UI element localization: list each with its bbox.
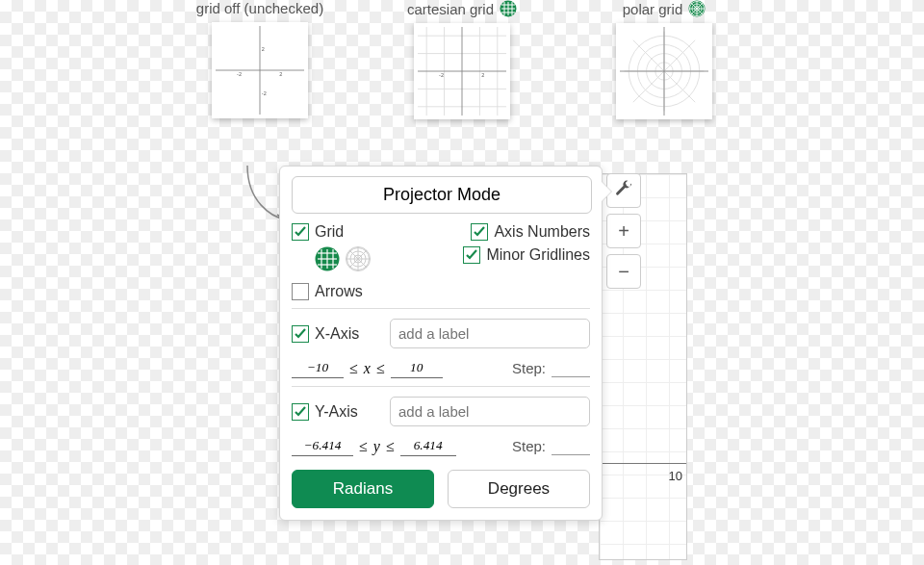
- xaxis-label-input[interactable]: [390, 319, 590, 348]
- svg-text:-2: -2: [262, 90, 267, 96]
- thumb-cartesian: -22: [414, 23, 510, 119]
- svg-text:2: 2: [481, 72, 484, 78]
- minor-gridlines-checkbox[interactable]: [463, 246, 480, 264]
- yaxis-checkbox[interactable]: [292, 403, 309, 421]
- xaxis-label: X-Axis: [315, 325, 359, 343]
- cartesian-grid-icon: [500, 0, 517, 17]
- cartesian-grid-toggle[interactable]: [315, 246, 340, 271]
- minor-gridlines-label: Minor Gridlines: [486, 246, 590, 264]
- example-polar: polar grid: [582, 0, 746, 119]
- y-min-input[interactable]: [292, 436, 353, 456]
- y-max-input[interactable]: [400, 436, 456, 456]
- radians-button[interactable]: Radians: [292, 470, 434, 508]
- divider: [292, 308, 590, 309]
- example-caption: grid off (unchecked): [196, 0, 323, 16]
- grid-checkbox[interactable]: [292, 223, 309, 241]
- step-label: Step:: [512, 360, 546, 376]
- y-var: y: [373, 438, 380, 455]
- divider: [292, 386, 590, 387]
- svg-text:2: 2: [279, 71, 282, 77]
- example-grid-off: grid off (unchecked) -22 2-2: [178, 0, 342, 119]
- graph-settings-panel: Projector Mode Grid Axis Numbers: [279, 166, 603, 521]
- arrows-label: Arrows: [315, 283, 363, 300]
- example-cartesian: cartesian grid -22: [380, 0, 544, 119]
- example-caption: cartesian grid: [407, 1, 494, 17]
- svg-text:-2: -2: [439, 72, 444, 78]
- thumb-polar: [616, 23, 712, 119]
- y-step-input[interactable]: [552, 438, 590, 455]
- leq-symbol: ≤: [349, 360, 358, 377]
- arrows-checkbox[interactable]: [292, 283, 309, 300]
- step-label: Step:: [512, 438, 546, 454]
- projector-mode-button[interactable]: Projector Mode: [292, 176, 592, 214]
- polar-grid-toggle[interactable]: [346, 246, 371, 271]
- xaxis-checkbox[interactable]: [292, 325, 309, 343]
- x-max-input[interactable]: [391, 358, 443, 378]
- x-var: x: [364, 360, 371, 377]
- degrees-button[interactable]: Degrees: [448, 470, 590, 508]
- x-step-input[interactable]: [552, 360, 590, 377]
- axis-numbers-checkbox[interactable]: [471, 223, 488, 241]
- examples-row: grid off (unchecked) -22 2-2 cartesian g…: [0, 0, 924, 119]
- svg-text:2: 2: [262, 46, 265, 52]
- leq-symbol: ≤: [386, 438, 395, 455]
- yaxis-label-input[interactable]: [390, 397, 590, 426]
- x-min-input[interactable]: [292, 358, 344, 378]
- polar-grid-icon: [688, 0, 706, 17]
- leq-symbol: ≤: [359, 438, 368, 455]
- svg-text:-2: -2: [237, 71, 242, 77]
- leq-symbol: ≤: [376, 360, 385, 377]
- grid-label: Grid: [315, 223, 344, 241]
- axis-tick-label: 10: [669, 469, 682, 483]
- thumb-grid-off: -22 2-2: [212, 22, 308, 118]
- yaxis-label: Y-Axis: [315, 403, 358, 421]
- example-caption: polar grid: [623, 1, 683, 17]
- axis-numbers-label: Axis Numbers: [494, 223, 590, 241]
